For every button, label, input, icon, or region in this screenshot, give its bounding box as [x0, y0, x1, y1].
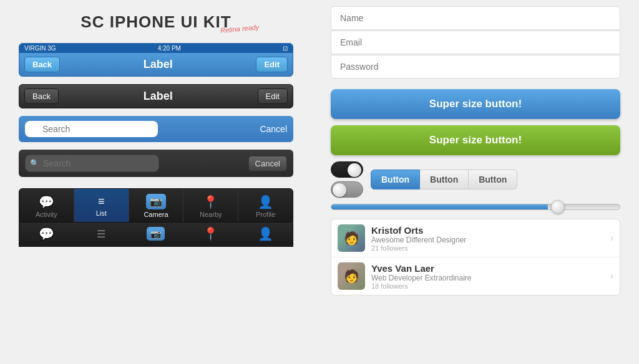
- search-wrap-blue: 🔍: [25, 121, 255, 137]
- blue-nav-title: Label: [144, 58, 173, 71]
- user-desc-kristof: Awesome Different Designer: [371, 236, 610, 244]
- blue-search-bar: 🔍 Cancel: [19, 116, 293, 142]
- user-name-yves: Yves Van Laer: [371, 263, 610, 274]
- super-blue-button[interactable]: Super size button!: [331, 89, 620, 119]
- tab-bottom-list[interactable]: ☰: [74, 223, 129, 246]
- chevron-right-yves: ›: [610, 271, 613, 282]
- progress-track[interactable]: [331, 204, 620, 210]
- tab-list-label: List: [96, 209, 107, 217]
- tab-profile-label: Profile: [256, 211, 275, 218]
- right-panel: Super size button! Super size button! Bu…: [312, 0, 639, 364]
- user-info-kristof: Kristof Orts Awesome Different Designer …: [371, 225, 610, 252]
- cancel-button-dark[interactable]: Cancel: [248, 156, 287, 171]
- name-field[interactable]: [331, 6, 620, 30]
- avatar-yves: 🧑: [338, 262, 365, 290]
- tab-camera[interactable]: 📷 Camera: [129, 189, 184, 222]
- toggles-col: [331, 161, 363, 198]
- user-row-yves[interactable]: 🧑 Yves Van Laer Web Developer Extraordin…: [331, 257, 620, 295]
- blue-navbar: VIRGIN 3G 4:20 PM ⊡ Back Label Edit: [19, 43, 293, 77]
- seg-button-1[interactable]: Button: [371, 170, 420, 189]
- controls-row: Button Button Button: [331, 161, 620, 198]
- dark-edit-button[interactable]: Edit: [258, 89, 288, 104]
- left-panel: SC IPHONE UI KIT Retina ready VIRGIN 3G …: [0, 0, 312, 364]
- user-row-kristof[interactable]: 🧑 Kristof Orts Awesome Different Designe…: [331, 219, 620, 257]
- profile-icon: 👤: [258, 194, 273, 209]
- time-text: 4:20 PM: [158, 45, 181, 52]
- status-bar: VIRGIN 3G 4:20 PM ⊡: [19, 44, 293, 53]
- seg-button-3[interactable]: Button: [469, 170, 517, 189]
- cancel-button-blue[interactable]: Cancel: [260, 124, 287, 134]
- camera-icon: 📷: [146, 194, 166, 209]
- tab-bottom-activity[interactable]: 💬: [19, 223, 74, 246]
- blue-back-button[interactable]: Back: [24, 57, 60, 72]
- tab-activity[interactable]: 💬 Activity: [19, 189, 74, 222]
- toggle-on[interactable]: [331, 161, 363, 178]
- search-icon-dark: 🔍: [30, 159, 39, 168]
- user-followers-kristof: 21 followers: [371, 244, 610, 252]
- bottom-activity-icon: 💬: [39, 226, 54, 241]
- user-list: 🧑 Kristof Orts Awesome Different Designe…: [331, 219, 620, 295]
- user-followers-yves: 18 followers: [371, 282, 610, 290]
- blue-edit-button[interactable]: Edit: [256, 57, 288, 72]
- dark-navbar: Back Label Edit: [19, 84, 293, 108]
- user-name-kristof: Kristof Orts: [371, 225, 610, 236]
- tab-bottom-camera[interactable]: 📷: [129, 223, 183, 246]
- user-desc-yves: Web Developer Extraordinaire: [371, 274, 610, 282]
- chevron-right-kristof: ›: [610, 232, 613, 244]
- activity-icon: 💬: [39, 194, 54, 209]
- progress-row: [331, 204, 620, 210]
- kit-title-area: SC IPHONE UI KIT Retina ready: [19, 12, 293, 32]
- tab-bottom-nearby[interactable]: 📍: [183, 223, 238, 246]
- tab-list[interactable]: ≡ List: [74, 189, 129, 222]
- progress-thumb[interactable]: [551, 200, 565, 214]
- tab-camera-label: Camera: [144, 211, 168, 218]
- search-input-blue[interactable]: [25, 121, 158, 137]
- super-green-button[interactable]: Super size button!: [331, 125, 620, 155]
- dark-back-button[interactable]: Back: [24, 89, 59, 104]
- avatar-k-placeholder: 🧑: [338, 224, 365, 252]
- battery-icon: ⊡: [283, 45, 288, 52]
- bottom-list-icon: ☰: [97, 228, 105, 240]
- nearby-icon: 📍: [203, 194, 218, 209]
- progress-fill: [331, 204, 548, 209]
- avatar-y-placeholder: 🧑: [338, 262, 365, 290]
- list-icon: ≡: [98, 195, 105, 208]
- tab-bar: 💬 Activity ≡ List 📷 Camera 📍 Nearby 👤 Pr…: [19, 188, 293, 223]
- avatar-kristof: 🧑: [338, 224, 365, 252]
- seg-button-2[interactable]: Button: [420, 170, 469, 189]
- form-fields: [331, 6, 620, 79]
- tab-bottom-profile[interactable]: 👤: [238, 223, 293, 246]
- tab-nearby[interactable]: 📍 Nearby: [183, 189, 238, 222]
- signal-text: VIRGIN 3G: [24, 45, 56, 52]
- email-field[interactable]: [331, 31, 620, 54]
- search-wrap-dark: 🔍: [25, 155, 243, 172]
- tab-activity-label: Activity: [36, 211, 57, 218]
- dark-nav-title: Label: [144, 90, 173, 103]
- tab-bar-bottom: 💬 ☰ 📷 📍 👤: [19, 223, 293, 247]
- segmented-buttons: Button Button Button: [371, 170, 517, 189]
- bottom-profile-icon: 👤: [258, 226, 273, 241]
- dark-search-bar: 🔍 Cancel: [19, 150, 293, 177]
- tab-nearby-label: Nearby: [200, 211, 222, 218]
- user-info-yves: Yves Van Laer Web Developer Extraordinai…: [371, 263, 610, 290]
- tab-profile[interactable]: 👤 Profile: [238, 189, 293, 222]
- password-field[interactable]: [331, 55, 620, 79]
- bottom-camera-icon: 📷: [147, 227, 165, 241]
- bottom-nearby-icon: 📍: [203, 226, 218, 241]
- search-input-dark[interactable]: [25, 155, 159, 172]
- toggle-off[interactable]: [331, 181, 363, 198]
